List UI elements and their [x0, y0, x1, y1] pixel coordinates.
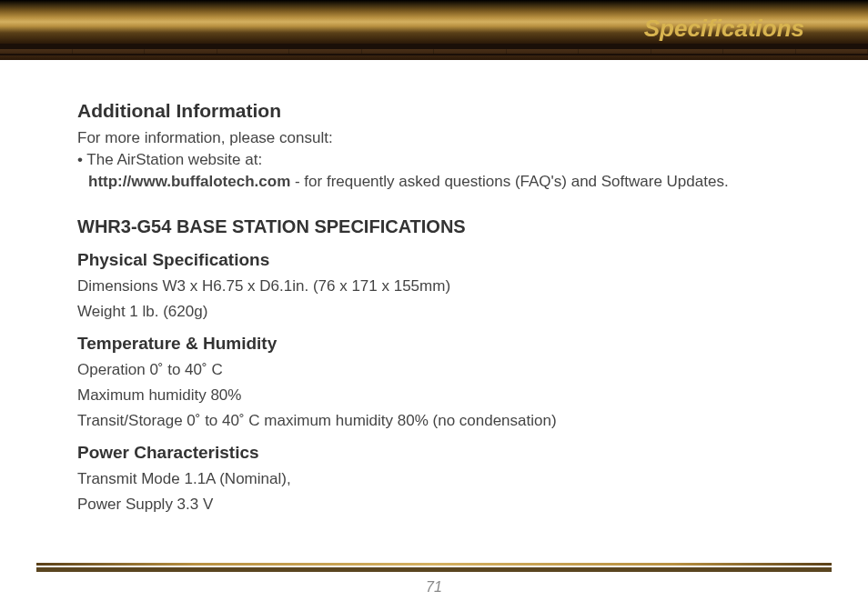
additional-info-url-line: http://www.buffalotech.com - for frequen… [77, 173, 791, 191]
physical-weight: Weight 1 lb. (620g) [77, 303, 791, 321]
heading-temperature: Temperature & Humidity [77, 334, 791, 354]
footer-stripe-1 [36, 563, 832, 566]
temperature-operation: Operation 0˚ to 40˚ C [77, 361, 791, 379]
temperature-storage: Transit/Storage 0˚ to 40˚ C maximum humi… [77, 412, 791, 430]
power-transmit: Transmit Mode 1.1A (Nominal), [77, 470, 791, 488]
heading-base-station: WHR3-G54 BASE STATION SPECIFICATIONS [77, 216, 791, 237]
page-number: 71 [36, 572, 832, 601]
footer-band: 71 [36, 563, 832, 601]
heading-power: Power Characteristics [77, 443, 791, 463]
content-area: Additional Information For more informat… [0, 64, 868, 539]
heading-physical: Physical Specifications [77, 250, 791, 270]
temperature-humidity: Maximum humidity 80% [77, 386, 791, 405]
heading-additional-info: Additional Information [77, 100, 791, 122]
additional-info-url-suffix: - for frequently asked questions (FAQ's)… [290, 173, 728, 190]
additional-info-url: http://www.buffalotech.com [88, 173, 290, 190]
header-band: Specifications [0, 0, 868, 64]
header-stripe [0, 49, 868, 55]
header-stripe-2 [0, 55, 868, 60]
additional-info-bullet: • The AirStation website at: [77, 151, 791, 169]
additional-info-intro: For more information, please consult: [77, 129, 791, 147]
page-title: Specifications [644, 15, 804, 43]
physical-dimensions: Dimensions W3 x H6.75 x D6.1in. (76 x 17… [77, 277, 791, 295]
header-gradient: Specifications [0, 0, 868, 44]
power-supply: Power Supply 3.3 V [77, 496, 791, 514]
